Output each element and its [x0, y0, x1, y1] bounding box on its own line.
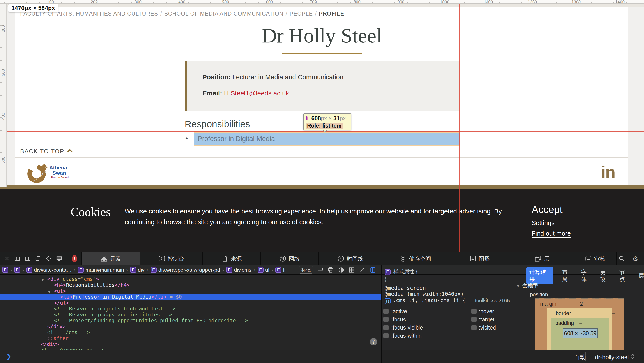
- pseudo-checkbox-focus-within[interactable]: [383, 333, 388, 338]
- email-link[interactable]: H.Steel1@leeds.ac.uk: [224, 89, 289, 97]
- box-model-section-header[interactable]: ▼盒模型: [516, 282, 539, 289]
- search-icon[interactable]: [618, 255, 625, 262]
- pseudo-checkbox-active[interactable]: [383, 309, 388, 314]
- sidebar-tab-5[interactable]: 层: [638, 272, 644, 279]
- dom-tree-row[interactable]: <!-- ./wrapper-xs -->: [0, 347, 381, 350]
- devtools-tab-audit[interactable]: 审核: [574, 252, 616, 265]
- devtools-tab-timeline[interactable]: 时间线: [318, 252, 382, 265]
- box-model-side-value[interactable]: –: [596, 332, 599, 338]
- element-breadcrumb-item[interactable]: E: [2, 267, 8, 273]
- pseudo-checkbox-hover[interactable]: [472, 309, 477, 314]
- box-model-side-value[interactable]: –: [537, 332, 540, 338]
- box-model-side-value[interactable]: –: [548, 332, 550, 338]
- device-mode-icon[interactable]: [56, 255, 62, 262]
- pseudo-label: :focus: [391, 316, 406, 323]
- cookie-settings-link[interactable]: Settings: [532, 219, 555, 227]
- ruler-tick-label: 1200: [528, 0, 537, 4]
- pseudo-label: :target: [479, 316, 494, 323]
- element-breadcrumb-item[interactable]: E: [14, 267, 20, 273]
- profile-info-box: Position: Lecturer in Media and Communic…: [185, 61, 460, 111]
- devtools-tab-graphics[interactable]: 图形: [449, 252, 510, 265]
- breadcrumb-item[interactable]: PEOPLE: [290, 10, 313, 17]
- dom-tree-row[interactable]: </div>: [0, 341, 381, 347]
- sources-icon: [222, 255, 228, 262]
- panel-divider-right[interactable]: [513, 265, 513, 363]
- element-breadcrumb-item[interactable]: Eli: [275, 267, 286, 273]
- print-icon[interactable]: [328, 267, 334, 273]
- quick-console-row[interactable]: ❯: [0, 350, 381, 363]
- element-breadcrumb-item[interactable]: Ediv.wrapper-xs.wrapper-pd: [151, 267, 220, 273]
- devtools-tab-storage[interactable]: 储存空间: [382, 252, 449, 265]
- cookie-find-out-more-link[interactable]: Find out more: [532, 230, 571, 237]
- box-model-side-value[interactable]: –: [527, 332, 530, 338]
- pseudo-brush-icon[interactable]: [359, 267, 365, 273]
- box-model-side-value[interactable]: –: [605, 332, 608, 338]
- linkedin-icon[interactable]: in: [601, 162, 615, 182]
- dom-tree-row[interactable]: ::after: [0, 336, 381, 341]
- element-badge: E: [151, 267, 156, 273]
- box-model-side-value[interactable]: –: [556, 332, 558, 338]
- devtools-tab-elements[interactable]: 元素: [82, 252, 140, 265]
- element-breadcrumb-item[interactable]: Emain#main.main: [78, 267, 124, 273]
- element-rulers-active-icon[interactable]: [370, 267, 376, 273]
- breadcrumb-item[interactable]: SCHOOL OF MEDIA AND COMMUNICATION: [164, 10, 284, 17]
- close-icon[interactable]: [4, 255, 10, 262]
- dock-right-icon[interactable]: [25, 255, 31, 262]
- sidebar-tab-3[interactable]: 更改: [600, 268, 610, 283]
- guide-line-vertical-right: [459, 3, 460, 252]
- ruler-overlay-icon[interactable]: [317, 267, 323, 273]
- dom-tree-row[interactable]: </div>: [0, 324, 381, 330]
- pseudo-checkbox-focus[interactable]: [383, 317, 388, 322]
- devtools-tab-sources[interactable]: 来源: [202, 252, 260, 265]
- dom-tree-row[interactable]: <!-- Project/funding opportunities pulle…: [0, 318, 381, 324]
- back-to-top-link[interactable]: BACK TO TOP: [20, 148, 73, 155]
- dock-left-icon[interactable]: [14, 255, 20, 262]
- ruler-tick-label: 1100: [484, 0, 493, 4]
- panel-divider-left[interactable]: [381, 265, 382, 363]
- box-model-side-value[interactable]: –: [626, 332, 628, 338]
- sidebar-tab-2[interactable]: 字体: [581, 268, 592, 283]
- error-count-badge[interactable]: !: [72, 255, 77, 262]
- dom-tree-row[interactable]: ▼<div class="cms">: [0, 276, 381, 282]
- ruler-tick-label: 1000: [440, 0, 449, 4]
- css-source-link[interactable]: toolkit.css:2165: [475, 298, 510, 304]
- inspection-target-selector[interactable]: 自动 — dr-holly-steel: [574, 353, 635, 361]
- css-rule-selector[interactable]: {}.cms li, .jadu-cms li {: [385, 297, 466, 304]
- section-heading: Responsibilities: [185, 119, 250, 129]
- dom-tree-row[interactable]: </ul>: [0, 300, 381, 306]
- dom-tree-row[interactable]: <li>Professor in Digital Media</li> = $0: [0, 294, 381, 300]
- pseudo-checkbox-visited[interactable]: [472, 325, 477, 330]
- pseudo-checkbox-target[interactable]: [472, 317, 477, 322]
- contrast-icon[interactable]: [338, 267, 344, 273]
- box-model-margin-top-value[interactable]: 2: [580, 301, 583, 307]
- disclosure-triangle-icon: ▼: [516, 284, 520, 288]
- element-picker-icon[interactable]: [46, 255, 52, 262]
- sidebar-tab-0[interactable]: 计算结果: [526, 267, 553, 284]
- element-breadcrumb-item[interactable]: Ediv: [130, 267, 144, 273]
- element-breadcrumb-item[interactable]: Eul: [258, 267, 270, 273]
- ruler-tick-label: 200: [1, 25, 6, 32]
- dom-tree-row[interactable]: <!-- ./cms -->: [0, 330, 381, 336]
- dom-tree-row[interactable]: <!-- Research projects blub and list -->: [0, 306, 381, 312]
- gear-icon[interactable]: ⚙: [632, 255, 638, 263]
- devtools-tab-console[interactable]: 控制台: [140, 252, 202, 265]
- mark-toggle-button[interactable]: 标记: [299, 266, 313, 274]
- grid-overlay-icon[interactable]: [349, 267, 355, 273]
- pseudo-checkbox-focus-visible[interactable]: [383, 325, 388, 330]
- dom-tree-row[interactable]: <!-- Research groups and institutes -->: [0, 312, 381, 318]
- sidebar-tab-1[interactable]: 布局: [562, 268, 572, 283]
- dom-tree-row[interactable]: ▼<ul>: [0, 288, 381, 294]
- cookie-accept-button[interactable]: Accept: [532, 204, 562, 215]
- box-model-content-size[interactable]: 608 × ~30.59: [563, 329, 598, 338]
- devtools-tab-network[interactable]: 网络: [260, 252, 318, 265]
- element-breadcrumb-item[interactable]: Ediv.cms: [226, 267, 252, 273]
- box-model-side-value[interactable]: –: [615, 332, 618, 338]
- detach-window-icon[interactable]: [35, 255, 41, 262]
- sidebar-tab-4[interactable]: 节点: [620, 268, 630, 283]
- athena-swan-logo[interactable]: GENDER CHARTER AthenaSwan Bronze Award: [28, 164, 82, 184]
- breadcrumb-separator: ›: [22, 267, 24, 273]
- dom-tree-row[interactable]: <h4>Responsibilities</h4>: [0, 282, 381, 288]
- element-breadcrumb-item[interactable]: Ediv#site-conta…: [26, 267, 72, 273]
- devtools-tab-layers[interactable]: 层: [510, 252, 574, 265]
- ruler-tick-label: 400: [178, 0, 185, 4]
